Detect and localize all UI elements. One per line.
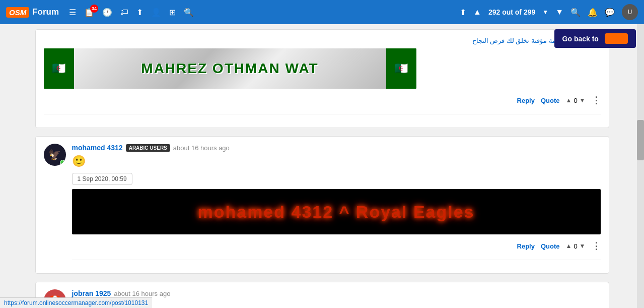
divider-1 bbox=[44, 114, 601, 114]
flag-left: 🇩🇿 bbox=[44, 48, 74, 89]
more-options-1[interactable]: ⋮ bbox=[592, 95, 601, 106]
navbar: OSM Forum ☰ 📋 34 🕐 🏷 ⬆ 👤 ⊞ 🔍 ⬆ ▲ 292 out… bbox=[0, 0, 644, 24]
search-posts-icon[interactable]: 🔍 bbox=[570, 8, 581, 17]
next-page-icon[interactable]: ▼ bbox=[555, 8, 563, 17]
avatar-2: 🦅 bbox=[44, 144, 66, 166]
timestamp-bubble-2: 1 Sep 2020, 00:59 bbox=[72, 173, 132, 185]
flag-right: 🇩🇿 bbox=[386, 48, 416, 89]
more-options-2[interactable]: ⋮ bbox=[592, 240, 601, 252]
post3-user-info: jobran 1925 about 16 hours ago bbox=[72, 289, 601, 297]
user-tag-2: ARABIC USERS bbox=[126, 144, 170, 152]
reply-button-1[interactable]: Reply bbox=[517, 97, 535, 104]
grid-icon[interactable]: ⊞ bbox=[169, 8, 176, 17]
downvote-1[interactable]: ▼ bbox=[580, 97, 586, 104]
jump-to-first-icon[interactable]: ⬆ bbox=[460, 8, 466, 17]
status-url: https://forum.onlinesoccermanager.com/po… bbox=[4, 299, 148, 306]
page-dropdown-icon[interactable]: ▼ bbox=[542, 9, 548, 16]
upvote-2[interactable]: ▲ bbox=[565, 242, 571, 250]
chat-icon[interactable]: 💬 bbox=[605, 8, 615, 17]
username-3[interactable]: jobran 1925 bbox=[72, 289, 111, 297]
vote-count-2: 0 bbox=[574, 242, 577, 250]
user-avatar-nav[interactable]: U bbox=[622, 4, 638, 20]
go-back-label-pre: Go back to bbox=[562, 35, 599, 43]
vote-section-1: ▲ 0 ▼ bbox=[565, 97, 585, 104]
mahrez-banner: 🇩🇿 MAHREZ OTHMAN WAT 🇩🇿 bbox=[44, 48, 416, 89]
username-2[interactable]: mohamed 4312 bbox=[72, 144, 123, 152]
hamburger-icon[interactable]: ☰ bbox=[69, 8, 76, 17]
notification-icon[interactable]: 📋 34 bbox=[84, 8, 94, 17]
arabic-text: ما الفشل إلا هزيمة مؤقتة تخلق لك فرص الن… bbox=[44, 37, 601, 44]
post2-actions: Reply Quote ▲ 0 ▼ ⋮ bbox=[72, 238, 601, 254]
scrollbar-track[interactable] bbox=[637, 24, 644, 308]
navbar-icons: ☰ 📋 34 🕐 🏷 ⬆ 👤 ⊞ 🔍 bbox=[69, 8, 194, 17]
profile-icon[interactable]: 👤 bbox=[151, 8, 161, 17]
quote-button-2[interactable]: Quote bbox=[541, 242, 560, 250]
go-back-button[interactable]: Go back to OSM bbox=[554, 29, 636, 48]
go-back-osm-logo: OSM bbox=[605, 33, 628, 44]
quote-button-1[interactable]: Quote bbox=[541, 97, 560, 104]
mahrez-banner-text: MAHREZ OTHMAN WAT bbox=[141, 60, 318, 77]
online-indicator-2 bbox=[60, 160, 65, 165]
search-icon[interactable]: 🔍 bbox=[184, 8, 194, 17]
forum-title: Forum bbox=[32, 7, 59, 17]
post2-emoji: 🙂 bbox=[72, 155, 601, 168]
alerts-icon[interactable]: 🔔 bbox=[588, 8, 598, 17]
main-content: ما الفشل إلا هزيمة مؤقتة تخلق لك فرص الن… bbox=[5, 24, 639, 308]
royal-eagles-banner: mohamed 4312 ^ Royal Eagles bbox=[72, 189, 601, 234]
vote-section-2: ▲ 0 ▼ bbox=[565, 242, 585, 250]
post-time-3: about 16 hours ago bbox=[114, 290, 170, 297]
post1-actions: Reply Quote ▲ 0 ▼ ⋮ bbox=[44, 93, 601, 108]
prev-page-icon[interactable]: ▲ bbox=[473, 8, 481, 17]
post2-user-info: mohamed 4312 ARABIC USERS about 16 hours… bbox=[72, 144, 601, 152]
scrollbar-thumb[interactable] bbox=[637, 120, 644, 160]
status-bar: https://forum.onlinesoccermanager.com/po… bbox=[0, 297, 152, 308]
downvote-2[interactable]: ▼ bbox=[580, 242, 586, 250]
brand[interactable]: OSM Forum bbox=[6, 7, 59, 18]
notification-badge: 34 bbox=[90, 5, 98, 13]
vote-count-1: 0 bbox=[574, 97, 577, 104]
clock-icon[interactable]: 🕐 bbox=[102, 8, 112, 17]
osm-logo: OSM bbox=[6, 7, 29, 18]
post2-body: mohamed 4312 ARABIC USERS about 16 hours… bbox=[72, 144, 601, 266]
post-time-2: about 16 hours ago bbox=[173, 144, 230, 152]
reply-button-2[interactable]: Reply bbox=[517, 242, 535, 250]
page-indicator: 292 out of 299 bbox=[488, 8, 535, 16]
post2-layout: 🦅 mohamed 4312 ARABIC USERS about 16 hou… bbox=[44, 144, 601, 266]
divider-2 bbox=[72, 260, 601, 260]
post-card-1: ما الفشل إلا هزيمة مؤقتة تخلق لك فرص الن… bbox=[35, 29, 609, 128]
royal-banner-text: mohamed 4312 ^ Royal Eagles bbox=[197, 202, 474, 222]
post-card-2: 🦅 mohamed 4312 ARABIC USERS about 16 hou… bbox=[35, 136, 609, 274]
upvote-1[interactable]: ▲ bbox=[565, 97, 571, 104]
tags-icon[interactable]: 🏷 bbox=[120, 8, 128, 17]
page-navigation: ⬆ ▲ 292 out of 299 ▼ ▼ 🔍 🔔 💬 U bbox=[460, 4, 638, 20]
user-upload-icon[interactable]: ⬆ bbox=[136, 8, 143, 17]
